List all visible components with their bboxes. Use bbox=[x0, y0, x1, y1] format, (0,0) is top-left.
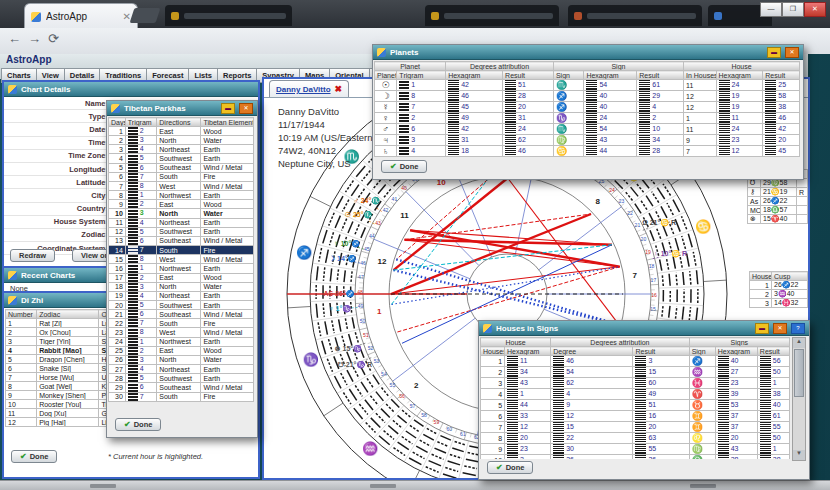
hexagram-icon bbox=[553, 400, 564, 410]
tibetan-row[interactable]: 241NorthwestEarth bbox=[109, 337, 254, 346]
close-icon[interactable]: ✕ bbox=[239, 103, 253, 114]
tibetan-row[interactable]: 194NortheastEarth bbox=[109, 291, 254, 300]
tibetan-row[interactable]: 161NorthwestEarth bbox=[109, 264, 254, 273]
hexagram-icon bbox=[553, 433, 564, 443]
tibetan-row[interactable]: 114NortheastEarth bbox=[109, 218, 254, 227]
tibetan-row[interactable]: 147SouthFire bbox=[109, 246, 254, 255]
chart-details-header[interactable]: Chart Details bbox=[4, 82, 258, 97]
tibetan-row[interactable]: 172EastWood bbox=[109, 273, 254, 282]
browser-tab-astroapp[interactable]: AstroApp ✕ bbox=[24, 3, 138, 29]
tibetan-row[interactable]: 227SouthFire bbox=[109, 319, 254, 328]
taskbar[interactable] bbox=[0, 480, 830, 490]
planet-position-label: ☽ 14°♐ bbox=[329, 254, 357, 263]
help-icon[interactable]: ? bbox=[791, 323, 805, 334]
column-header: Hexagram bbox=[446, 71, 503, 80]
scroll-up-icon[interactable]: ▲ bbox=[793, 338, 805, 348]
dizhi-done-button[interactable]: ✔Done bbox=[11, 450, 57, 463]
planets-done-button[interactable]: ✔Done bbox=[381, 160, 427, 173]
back-icon[interactable]: ← bbox=[8, 31, 21, 46]
tibetan-row[interactable]: 183NorthWater bbox=[109, 282, 254, 291]
tibetan-row[interactable]: 125SouthwestEarth bbox=[109, 227, 254, 236]
planets-dialog-titlebar[interactable]: Planets ▬ ✕ bbox=[373, 45, 803, 60]
tibetan-row[interactable]: 216SoutheastWind / Metal bbox=[109, 310, 254, 319]
hexagram-icon bbox=[718, 378, 729, 388]
trigram-icon bbox=[128, 393, 138, 401]
hexagram-icon bbox=[586, 146, 597, 156]
window-close-button[interactable]: ✕ bbox=[804, 2, 826, 17]
sign-glyph: ♊ bbox=[689, 422, 715, 433]
minimize-icon[interactable]: ▬ bbox=[755, 323, 769, 334]
refresh-icon[interactable]: ⟳ bbox=[48, 31, 59, 46]
tibetan-row[interactable]: 307SouthFire bbox=[109, 392, 254, 401]
column-header: Sign bbox=[689, 347, 715, 356]
trigram-icon bbox=[128, 200, 138, 208]
hexagram-icon bbox=[639, 80, 650, 90]
tibetan-row[interactable]: 92EastWood bbox=[109, 200, 254, 209]
tibetan-row[interactable]: 78WestWind / Metal bbox=[109, 181, 254, 190]
tibetan-row[interactable]: 12EastWood bbox=[109, 127, 254, 136]
hexagram-icon bbox=[507, 411, 518, 421]
group-header: Degrees attribution bbox=[446, 62, 554, 71]
house-row: 6331216♊3761 bbox=[481, 411, 790, 422]
window-maximize-button[interactable]: ❐ bbox=[782, 2, 804, 17]
hexagram-icon bbox=[718, 400, 729, 410]
trigram-icon bbox=[128, 219, 138, 227]
group-header: Planet bbox=[375, 62, 446, 71]
tibetan-row[interactable]: 45SouthwestEarth bbox=[109, 154, 254, 163]
tibetan-row[interactable]: 81NorthwestEarth bbox=[109, 191, 254, 200]
column-header: Result bbox=[757, 347, 789, 356]
hexagram-icon bbox=[760, 389, 771, 399]
sign-glyph: ♐ bbox=[553, 91, 583, 102]
hexagram-icon bbox=[635, 411, 646, 421]
dialog-icon bbox=[8, 271, 17, 280]
tibetan-row[interactable]: 205SouthwestEarth bbox=[109, 300, 254, 309]
chart-tab[interactable]: Danny DaVitto ✖ bbox=[269, 80, 349, 97]
forward-icon[interactable]: → bbox=[28, 31, 41, 46]
close-icon[interactable]: ✕ bbox=[773, 323, 787, 334]
planet-glyph: ♀ bbox=[375, 113, 397, 124]
scroll-thumb[interactable] bbox=[794, 349, 804, 397]
hexagram-icon bbox=[719, 124, 730, 134]
tibetan-row[interactable]: 23NorthWater bbox=[109, 136, 254, 145]
tibetan-row[interactable]: 238WestWind / Metal bbox=[109, 328, 254, 337]
minimize-icon[interactable]: ▬ bbox=[221, 103, 235, 114]
hexagram-icon bbox=[507, 455, 518, 459]
tibetan-row[interactable]: 263NorthWater bbox=[109, 355, 254, 364]
hexagram-icon bbox=[765, 135, 776, 145]
tibetan-row[interactable]: 136SoutheastWind / Metal bbox=[109, 236, 254, 245]
tibetan-row[interactable]: 252EastWood bbox=[109, 346, 254, 355]
tibetan-done-button[interactable]: ✔Done bbox=[115, 418, 161, 431]
redraw-button[interactable]: Redraw bbox=[10, 249, 55, 262]
field-label: City: bbox=[4, 191, 112, 200]
trigram-icon bbox=[128, 145, 138, 153]
tibetan-row[interactable]: 103NorthWater bbox=[109, 209, 254, 218]
tibetan-dialog-titlebar[interactable]: Tibetan Parkhas ▬ ✕ bbox=[107, 101, 257, 116]
trigram-icon bbox=[399, 136, 409, 144]
tibetan-row[interactable]: 34NortheastEarth bbox=[109, 145, 254, 154]
houses-done-button[interactable]: ✔Done bbox=[487, 461, 533, 474]
background-tab[interactable] bbox=[425, 5, 559, 26]
tibetan-row[interactable]: 274NortheastEarth bbox=[109, 365, 254, 374]
hexagram-icon bbox=[760, 444, 771, 454]
hexagram-icon bbox=[553, 411, 564, 421]
tibetan-row[interactable]: 285SouthwestEarth bbox=[109, 374, 254, 383]
minimize-icon[interactable]: ▬ bbox=[767, 47, 781, 58]
scroll-down-icon[interactable]: ▼ bbox=[793, 450, 805, 460]
chart-tab-close-icon[interactable]: ✖ bbox=[335, 84, 343, 94]
hexagram-icon bbox=[760, 455, 771, 459]
hexagram-icon bbox=[507, 422, 518, 432]
new-tab-button[interactable] bbox=[130, 8, 161, 23]
background-tab[interactable] bbox=[165, 5, 292, 26]
tibetan-row[interactable]: 158WestWind / Metal bbox=[109, 255, 254, 264]
tibetan-row[interactable]: 56SoutheastWind / Metal bbox=[109, 163, 254, 172]
tibetan-row[interactable]: 296SoutheastWind / Metal bbox=[109, 383, 254, 392]
houses-dialog-titlebar[interactable]: Houses in Signs ▬ ✕ ? bbox=[479, 321, 809, 336]
background-tab[interactable] bbox=[568, 5, 702, 26]
tibetan-row[interactable]: 67SouthFire bbox=[109, 172, 254, 181]
close-icon[interactable]: ✕ bbox=[785, 47, 799, 58]
scrollbar[interactable]: ▲ ▼ bbox=[792, 337, 806, 461]
planets-dialog-title: Planets bbox=[390, 48, 763, 57]
column-header: Trigram bbox=[397, 71, 446, 80]
window-minimize-button[interactable]: — bbox=[760, 2, 782, 17]
hexagram-icon bbox=[635, 400, 646, 410]
